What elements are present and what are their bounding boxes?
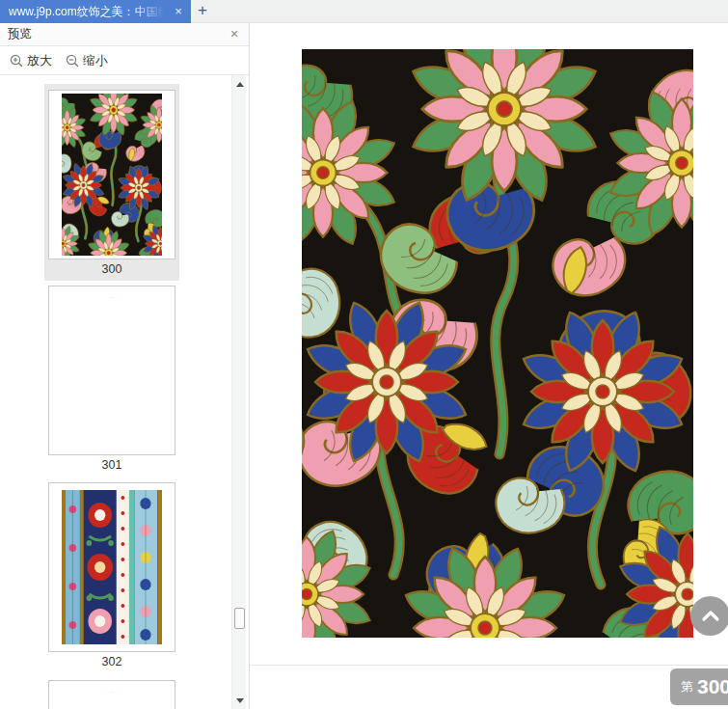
scrollbar-thumb[interactable]	[234, 608, 245, 629]
tab-close-icon[interactable]: ×	[172, 0, 185, 23]
zoom-toolbar: 放大 缩小	[0, 46, 249, 75]
scrollbar-up-arrow[interactable]	[232, 77, 247, 91]
tab-title: www.j9p.com纹饰之美：中国纹	[0, 4, 166, 20]
back-to-top-button[interactable]	[690, 596, 728, 636]
thumbnail-301-tiny-text: · ··· ·	[77, 295, 147, 300]
thumbnail-image-300	[62, 94, 162, 256]
sidebar-divider	[249, 23, 250, 709]
zoom-out-icon	[66, 54, 79, 68]
thumbnail-303-tiny-text: · ··· ·	[77, 690, 147, 695]
preview-panel-close-icon[interactable]: ×	[227, 23, 242, 46]
thumbnail-page-301[interactable]: · ··· ·	[48, 286, 175, 455]
thumbnail-image-302	[62, 490, 162, 644]
zoom-out-button[interactable]: 缩小	[66, 52, 108, 69]
thumbnail-page-303-partial[interactable]: · ··· ·	[48, 680, 175, 709]
thumbnail-label-301: 301	[0, 458, 224, 472]
thumbnail-label-300: 300	[0, 262, 224, 276]
content-bottom-divider	[250, 665, 728, 666]
triangle-down-icon	[236, 698, 244, 703]
triangle-up-icon	[236, 82, 244, 87]
browser-tab-active[interactable]: www.j9p.com纹饰之美：中国纹 ×	[0, 0, 191, 23]
sidebar-scrollbar[interactable]	[231, 75, 246, 709]
scrollbar-down-arrow[interactable]	[232, 694, 247, 707]
zoom-out-label: 缩小	[83, 52, 108, 69]
preview-panel-header: 预览 ×	[0, 23, 249, 46]
browser-tab-bar: www.j9p.com纹饰之美：中国纹 × +	[0, 0, 728, 23]
zoom-in-label: 放大	[27, 52, 52, 69]
thumbnail-page-302[interactable]	[48, 482, 175, 652]
chevron-up-icon	[698, 604, 723, 629]
zoom-in-icon	[10, 54, 23, 68]
badge-page-number: 300	[697, 675, 728, 698]
page-number-badge: 第 300 页	[670, 668, 728, 705]
zoom-in-button[interactable]: 放大	[10, 52, 52, 69]
thumbnail-page-300[interactable]	[48, 90, 175, 259]
thumbnail-list: 300 · ··· · 301 302 · ··· ·	[0, 75, 231, 709]
page-300-plate-image	[302, 49, 693, 638]
thumbnail-label-302: 302	[0, 655, 224, 668]
new-tab-button[interactable]: +	[190, 0, 215, 23]
preview-panel-title: 预览	[0, 26, 32, 42]
badge-prefix: 第	[681, 678, 693, 695]
